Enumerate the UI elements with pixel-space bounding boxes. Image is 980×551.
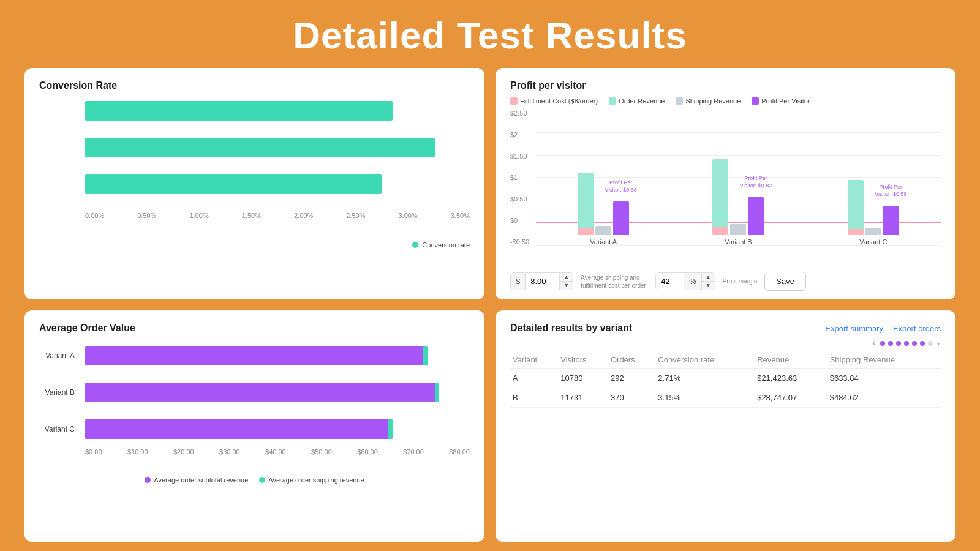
avg-legend-purple-label: Average order subtotal revenue [154,476,248,484]
margin-spinner[interactable]: ▲ ▼ [701,273,715,290]
c-shipping-bar [865,228,881,235]
variant-c-bar [85,174,470,194]
shipping-up-btn[interactable]: ▲ [560,273,573,282]
profit-chart-area: $2.50 $2 $1.50 $1 $0.50 $0 -$0.50 [510,110,941,259]
profit-legend: Fulfillment Cost ($8/order) Order Revenu… [510,97,941,105]
margin-input-group[interactable]: % ▲ ▼ [655,272,715,290]
row-b-variant: B [510,388,558,408]
a-fulfillment-bar [578,228,594,235]
legend-fulfillment: Fulfillment Cost ($8/order) [510,97,598,105]
avg-a-purple-bar [85,346,428,365]
profit-variants: Profit PerVisitor: $0.68 Variant A [536,110,941,259]
c-profit-bar [883,206,899,235]
save-button[interactable]: Save [764,272,806,291]
row-a-conversion: 2.71% [655,369,755,388]
profit-per-visitor-card: Profit per visitor Fulfillment Cost ($8/… [496,68,956,299]
table-row: A 10780 292 2.71% $21,423.63 $633.84 [510,369,941,388]
avg-x-axis: $0.00 $10.00 $20.00 $30.00 $40.00 $50.00… [85,444,470,455]
dot-7[interactable] [928,341,933,346]
export-orders-link[interactable]: Export orders [893,324,941,333]
legend-shipping-revenue: Shipping Revenue [676,97,741,105]
pag-prev[interactable]: ‹ [872,339,876,348]
shipping-input-group[interactable]: $ ▲ ▼ [510,272,573,290]
results-table-card: Detailed results by variant Export summa… [496,310,956,542]
profit-variant-b: Profit PerVisitor: $0.82 Variant B [671,110,805,259]
a-profit-bar [613,201,629,235]
shipping-down-btn[interactable]: ▼ [560,282,573,290]
avg-a-teal-bar [423,346,428,365]
row-a-visitors: 10780 [558,369,608,388]
fulfillment-color [510,97,518,105]
row-b-revenue: $28,747.07 [755,388,827,408]
avg-c-label: Variant C [39,425,82,433]
a-order-revenue-bar [578,173,594,228]
row-a-variant: A [510,369,558,388]
avg-legend-purple: Average order subtotal revenue [145,476,248,484]
shipping-revenue-label: Shipping Revenue [685,97,741,105]
conversion-rate-legend: Conversion rate [39,241,470,249]
pag-next[interactable]: › [936,339,941,348]
avg-order-title: Average Order Value [39,323,470,334]
results-table: Variant Visitors Orders Conversion rate … [510,351,941,408]
margin-down-btn[interactable]: ▼ [702,282,715,290]
conversion-rate-legend-dot [412,242,418,248]
profit-per-visitor-label: Profit Per Visitor [761,97,810,105]
col-visitors: Visitors [558,351,608,369]
row-b-visitors: 11731 [558,388,608,408]
conversion-rate-card: Conversion Rate Variant A Variant B Vari… [24,68,484,299]
variant-b-bar [85,138,470,157]
dot-3[interactable] [896,341,901,346]
avg-row-a: Variant A [85,346,470,365]
col-shipping: Shipping Revenue [827,351,941,369]
profit-b-name: Variant B [725,238,752,246]
dot-6[interactable] [920,341,925,346]
avg-a-label: Variant A [39,351,82,360]
order-revenue-color [609,97,616,105]
avg-c-purple-bar [85,419,393,439]
avg-legend-teal: Average order shipping revenue [259,476,364,484]
conversion-rate-title: Conversion Rate [39,80,470,91]
row-b-orders: 370 [608,388,655,408]
avg-b-teal-bar [435,383,439,402]
col-variant: Variant [510,351,558,369]
row-a-revenue: $21,423.63 [755,369,827,388]
shipping-input[interactable] [526,273,559,290]
main-grid: Conversion Rate Variant A Variant B Vari… [0,68,980,551]
avg-b-bar-container [85,383,470,402]
margin-up-btn[interactable]: ▲ [702,273,715,282]
profit-controls: $ ▲ ▼ Average shipping and fulfillment c… [510,264,941,291]
avg-order-card: Average Order Value Variant A Variant B [24,310,484,542]
profit-per-visitor-color [752,97,759,105]
b-fulfillment-bar [712,227,728,235]
bar-row-a: Variant A [85,101,470,121]
dot-2[interactable] [888,341,893,346]
b-order-revenue-bar [712,159,728,227]
a-annotation: Profit PerVisitor: $0.68 [601,179,641,193]
avg-c-bar-container [85,419,470,439]
legend-order-revenue: Order Revenue [609,97,665,105]
b-profit-bar [748,197,764,235]
pagination-dots: ‹ › [510,339,941,348]
results-table-title: Detailed results by variant [510,323,632,334]
c-fulfillment-bar [848,229,864,235]
shipping-spinner[interactable]: ▲ ▼ [559,273,573,290]
profit-c-bars: Profit PerVisitor: $0.58 [848,180,899,235]
export-summary-link[interactable]: Export summary [825,324,883,333]
a-shipping-bar [595,226,611,235]
dot-4[interactable] [904,341,909,346]
avg-a-bar-container [85,346,470,365]
table-actions: Export summary Export orders [825,324,941,333]
dot-5[interactable] [912,341,917,346]
shipping-prefix: $ [511,273,526,290]
profit-b-bars: Profit PerVisitor: $0.82 [712,159,764,235]
table-row: B 11731 370 3.15% $28,747.07 $484.62 [510,388,941,408]
dot-1[interactable] [880,341,885,346]
fulfillment-label: Fulfillment Cost ($8/order) [520,97,598,105]
avg-order-chart: Variant A Variant B Variant C [39,340,470,474]
margin-input[interactable] [656,273,684,290]
margin-hint: Profit margin [723,277,758,285]
conversion-rate-legend-label: Conversion rate [422,241,470,249]
x-axis: 0.00% 0.50% 1.00% 1.50% 2.00% 2.50% 3.00… [85,208,470,219]
avg-purple-dot [145,477,151,483]
row-a-shipping: $633.84 [827,369,941,388]
